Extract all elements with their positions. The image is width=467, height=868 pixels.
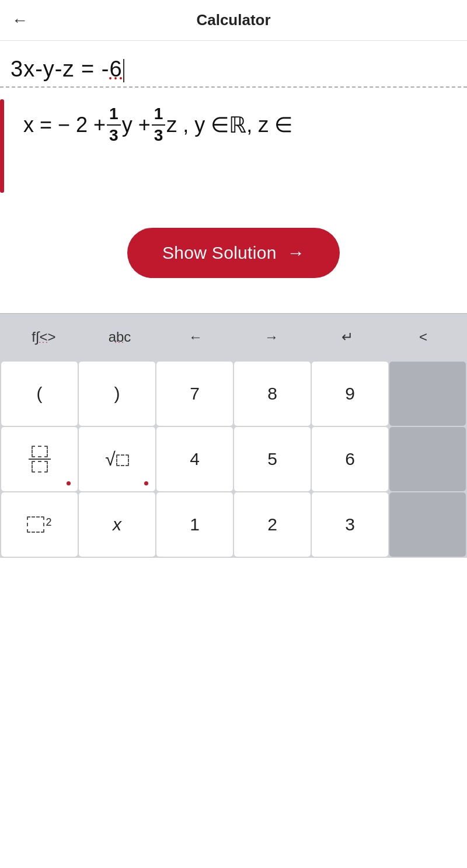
red-accent-bar <box>0 99 4 193</box>
kb-left-arrow-icon: ← <box>189 329 203 345</box>
kb-right-arrow-btn[interactable]: → <box>234 323 309 351</box>
result-z-condition: , z ∈ <box>246 113 292 137</box>
kb-gray-3[interactable] <box>389 492 466 557</box>
red-dot <box>67 481 71 485</box>
text-cursor <box>123 59 124 82</box>
underlined-value: 6 <box>109 57 122 81</box>
keyboard-top-row: f∫<> ··· abc ··· ← → ↵ < <box>0 314 467 360</box>
kb-row-1: ( ) 7 8 9 <box>1 362 466 426</box>
arrow-icon: → <box>287 243 305 263</box>
result-x: x = − 2 + <box>23 113 106 137</box>
x-variable-icon: x <box>113 515 121 534</box>
kb-functions-btn[interactable]: f∫<> ··· <box>6 323 82 351</box>
kb-fraction[interactable] <box>1 427 78 491</box>
header: ← Calculator <box>0 0 467 41</box>
fraction-icon <box>29 446 51 473</box>
result-area: x = − 2 + 1 3 y + 1 3 z , y ∈ ℝ , z ∈ <box>0 88 467 204</box>
kb-8[interactable]: 8 <box>234 362 311 426</box>
kb-abc-btn[interactable]: abc ··· <box>82 323 158 351</box>
keyboard: f∫<> ··· abc ··· ← → ↵ < ( ) <box>0 313 467 558</box>
kb-6[interactable]: 6 <box>312 427 388 491</box>
kb-1[interactable]: 1 <box>156 492 233 557</box>
kb-enter-icon: ↵ <box>341 329 353 345</box>
kb-x-var[interactable]: x <box>79 492 155 557</box>
kb-gray-1[interactable] <box>389 362 466 426</box>
page-title: Calculator <box>196 11 270 29</box>
kb-9[interactable]: 9 <box>312 362 388 426</box>
kb-less-than-icon: < <box>419 329 427 345</box>
sqrt-icon: √ <box>105 449 129 470</box>
kb-4[interactable]: 4 <box>156 427 233 491</box>
kb-3[interactable]: 3 <box>312 492 388 557</box>
frac-2: 1 3 <box>152 105 166 145</box>
kb-right-arrow-icon: → <box>264 329 278 345</box>
kb-row-3: 2 x 1 2 3 <box>1 492 466 557</box>
kb-sqrt[interactable]: √ <box>79 427 155 491</box>
kb-5[interactable]: 5 <box>234 427 311 491</box>
kb-abc-dots: ··· <box>114 337 125 346</box>
kb-row-2: √ 4 5 6 <box>1 427 466 491</box>
kb-less-than-btn[interactable]: < <box>385 323 461 351</box>
equation-display: 3x-y-z = -6 <box>11 57 124 82</box>
show-solution-button[interactable]: Show Solution → <box>127 228 340 278</box>
kb-functions-dots: ··· <box>39 337 49 346</box>
kb-enter-btn[interactable]: ↵ <box>309 323 385 351</box>
keyboard-main-rows: ( ) 7 8 9 <box>0 360 467 558</box>
button-area: Show Solution → <box>0 204 467 313</box>
red-dot-2 <box>144 481 148 485</box>
show-solution-label: Show Solution <box>162 243 277 263</box>
kb-7[interactable]: 7 <box>156 362 233 426</box>
kb-open-paren[interactable]: ( <box>1 362 78 426</box>
real-R-symbol: ℝ <box>229 112 246 138</box>
kb-square[interactable]: 2 <box>1 492 78 557</box>
result-equation: x = − 2 + 1 3 y + 1 3 z , y ∈ ℝ , z ∈ <box>23 105 292 145</box>
frac-1: 1 3 <box>107 105 121 145</box>
result-y-part: y + <box>122 113 151 137</box>
kb-close-paren[interactable]: ) <box>79 362 155 426</box>
back-button[interactable]: ← <box>12 11 28 30</box>
square-icon: 2 <box>27 516 51 533</box>
kb-2[interactable]: 2 <box>234 492 311 557</box>
kb-gray-2[interactable] <box>389 427 466 491</box>
input-area: 3x-y-z = -6 <box>0 41 467 88</box>
result-z-part: z , y ∈ <box>166 113 229 137</box>
kb-left-arrow-btn[interactable]: ← <box>158 323 234 351</box>
